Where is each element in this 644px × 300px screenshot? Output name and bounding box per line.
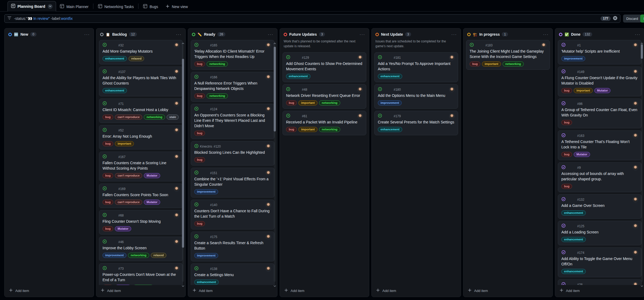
label-pill-enhancement[interactable]: enhancement bbox=[561, 237, 586, 242]
label-pill-bug[interactable]: bug bbox=[561, 88, 572, 93]
card[interactable]: #181Add a Yes/No Prompt To Approve Impor… bbox=[374, 52, 458, 82]
scroll-chevron-up-icon[interactable] bbox=[273, 41, 276, 43]
tab-new-view[interactable]: New view bbox=[162, 2, 192, 11]
add-item-button[interactable]: Add item bbox=[188, 285, 277, 297]
card[interactable]: #163A Tethered Counter That's Floating W… bbox=[558, 130, 642, 160]
label-pill-relaxed[interactable]: relaxed bbox=[129, 56, 144, 61]
label-pill-networking[interactable]: networking bbox=[207, 61, 228, 67]
add-item-button[interactable]: Add item bbox=[372, 285, 461, 297]
card[interactable]: #179Create Several Presets for the Match… bbox=[374, 111, 458, 135]
card[interactable]: #137Add the Ability for Players to Mark … bbox=[99, 67, 183, 96]
card[interactable]: #61Received a Packet With an Invalid Pip… bbox=[283, 111, 366, 135]
card[interactable]: #129Add Ghost Counters to Show Pre-Deter… bbox=[283, 52, 366, 82]
scrollbar-thumb[interactable] bbox=[182, 59, 184, 248]
label-pill-can-t-reproduce[interactable]: can't reproduce bbox=[115, 173, 142, 178]
tab-main-planner[interactable]: Main Planner bbox=[56, 2, 92, 11]
label-pill-enhancement[interactable]: enhancement bbox=[194, 280, 219, 285]
card[interactable]: #28 bbox=[558, 279, 642, 285]
label-pill-can-t-reproduce[interactable]: can't reproduce bbox=[115, 115, 142, 120]
label-pill-networking[interactable]: networking bbox=[319, 127, 340, 132]
label-pill-bug[interactable]: bug bbox=[561, 152, 572, 157]
card[interactable]: #1'Mutator help' Scripts are Inefficient… bbox=[558, 40, 642, 64]
label-pill-bug[interactable]: bug bbox=[194, 61, 205, 67]
assignee-avatar[interactable] bbox=[174, 186, 179, 192]
assignee-avatar[interactable] bbox=[633, 165, 638, 170]
card[interactable]: Kinectris#120Blocked Scoring Lines Can B… bbox=[191, 141, 275, 166]
tab-networking-tasks[interactable]: Networking Tasks bbox=[94, 2, 137, 11]
card[interactable]: #174Add Ability to Toggle the Game Over … bbox=[558, 247, 642, 277]
card[interactable]: #73Power-up Counters Don't Move Down at … bbox=[99, 263, 183, 285]
label-pill-enhancement[interactable]: enhancement bbox=[561, 269, 586, 274]
card[interactable]: #138Create a Settings Menuenhancement bbox=[191, 264, 275, 285]
label-pill-important[interactable]: important bbox=[574, 88, 593, 93]
column-menu-kebab-icon[interactable]: ··· bbox=[360, 33, 365, 35]
label-pill-bug[interactable]: bug bbox=[103, 200, 113, 205]
assignee-avatar[interactable] bbox=[357, 87, 363, 92]
label-pill-bug[interactable]: bug bbox=[561, 184, 572, 189]
label-pill-improvement[interactable]: improvement bbox=[194, 189, 218, 194]
label-pill-mutator[interactable]: Mutator bbox=[144, 173, 160, 178]
card[interactable]: #166A Null Reference Error Triggers When… bbox=[191, 72, 275, 102]
label-pill-bug[interactable]: bug bbox=[103, 173, 113, 178]
scrollbar-thumb[interactable] bbox=[274, 47, 276, 131]
assignee-avatar[interactable] bbox=[633, 69, 638, 75]
discard-button[interactable]: Discard bbox=[623, 14, 641, 23]
label-pill-improvement[interactable]: improvement bbox=[103, 253, 126, 258]
column-menu-kebab-icon[interactable]: ··· bbox=[635, 33, 641, 35]
assignee-avatar[interactable] bbox=[266, 144, 271, 149]
assignee-avatar[interactable] bbox=[174, 43, 179, 48]
label-pill-relaxed[interactable]: relaxed bbox=[151, 253, 167, 258]
label-pill-important[interactable]: important bbox=[298, 100, 317, 105]
assignee-avatar[interactable] bbox=[633, 250, 638, 255]
card[interactable]: #125Add a Loading Screenenhancement bbox=[558, 221, 642, 245]
assignee-avatar[interactable] bbox=[266, 266, 271, 272]
column-menu-kebab-icon[interactable]: ··· bbox=[543, 33, 549, 35]
label-pill-enhancement[interactable]: enhancement bbox=[561, 210, 586, 215]
assignee-avatar[interactable] bbox=[174, 213, 179, 218]
assignee-avatar[interactable] bbox=[357, 55, 363, 60]
assignee-avatar[interactable] bbox=[174, 128, 179, 133]
column-scrollbar[interactable] bbox=[273, 42, 276, 284]
card[interactable]: #124An Opponent's Counters Score a Block… bbox=[191, 104, 275, 139]
assignee-avatar[interactable] bbox=[266, 234, 271, 240]
assignee-avatar[interactable] bbox=[266, 170, 271, 176]
column-menu-kebab-icon[interactable]: ··· bbox=[84, 33, 90, 35]
label-pill-bug[interactable]: bug bbox=[286, 127, 297, 132]
assignee-avatar[interactable] bbox=[633, 282, 638, 285]
label-pill-mutator[interactable]: Mutator bbox=[574, 152, 590, 157]
card[interactable]: #86A Group of Tethered Counter Can Float… bbox=[558, 98, 642, 128]
label-pill-important[interactable]: important bbox=[482, 61, 501, 67]
assignee-avatar[interactable] bbox=[174, 239, 179, 245]
scrollbar-thumb[interactable] bbox=[641, 44, 643, 59]
label-pill-networking[interactable]: networking bbox=[144, 115, 165, 120]
scroll-chevron-up-icon[interactable] bbox=[182, 41, 184, 43]
label-pill-networking[interactable]: networking bbox=[503, 61, 524, 67]
assignee-avatar[interactable] bbox=[266, 202, 271, 208]
tab-options-chevron-down-icon[interactable] bbox=[48, 4, 53, 9]
add-item-button[interactable]: Add item bbox=[5, 285, 94, 297]
card[interactable]: #68Fling Counter Doesn't Stop MovingbugM… bbox=[99, 210, 183, 235]
label-pill-bug[interactable]: bug bbox=[194, 131, 205, 136]
label-pill-bug[interactable]: bug bbox=[194, 93, 205, 98]
assignee-avatar[interactable] bbox=[541, 43, 546, 48]
assignee-avatar[interactable] bbox=[266, 107, 271, 112]
label-pill-enhancement[interactable]: enhancement bbox=[378, 127, 402, 132]
card[interactable]: #140Counters Don't Have a Chance to Fall… bbox=[191, 200, 275, 229]
card[interactable]: #9Accessing out of bounds of array with … bbox=[558, 162, 642, 192]
assignee-avatar[interactable] bbox=[449, 55, 455, 60]
card[interactable]: #71Client ID Misatch: Cannot Host a Lobb… bbox=[99, 98, 183, 123]
label-pill-networking[interactable]: networking bbox=[128, 253, 149, 258]
label-pill-important[interactable]: important bbox=[298, 127, 317, 132]
card[interactable]: #175Create a Search Results Timer & Refr… bbox=[191, 232, 275, 261]
label-pill-improvement[interactable]: improvement bbox=[561, 56, 585, 61]
save-button[interactable]: Save bbox=[640, 14, 644, 23]
assignee-avatar[interactable] bbox=[633, 133, 638, 138]
tab-planning-board[interactable]: Planning Board bbox=[8, 1, 56, 12]
label-pill-enhancement[interactable]: enhancement bbox=[286, 74, 310, 79]
label-pill-bug[interactable]: bug bbox=[286, 100, 297, 105]
card[interactable]: #46Improve the Lobby Screenimprovementne… bbox=[99, 237, 183, 261]
label-pill-important[interactable]: important bbox=[115, 141, 134, 146]
column-scrollbar[interactable] bbox=[181, 42, 185, 284]
card[interactable]: #149A Flung Counter Doesn't Update if th… bbox=[558, 67, 642, 96]
assignee-avatar[interactable] bbox=[174, 154, 179, 160]
